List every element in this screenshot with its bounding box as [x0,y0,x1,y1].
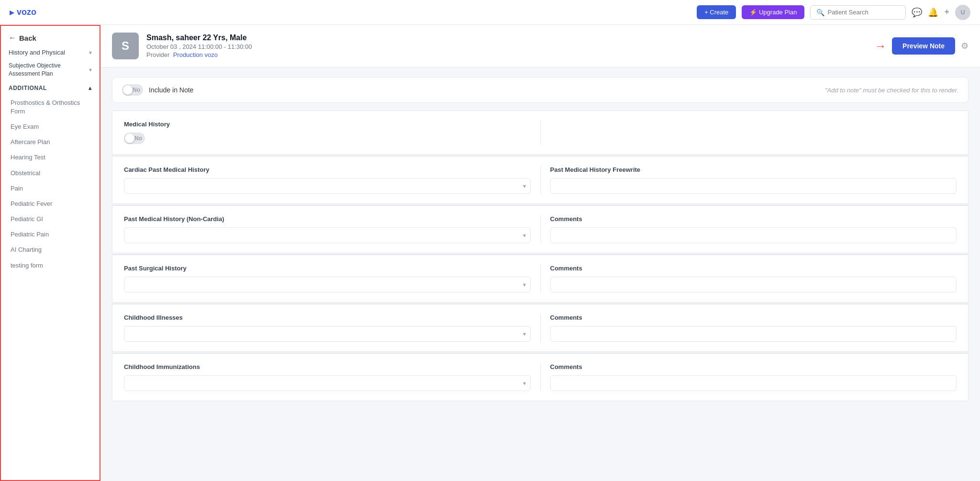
patient-provider: Provider Production vozo [146,51,252,58]
form-section-cardiac: Cardiac Past Medical History ▾ Past Medi… [112,156,969,204]
cardiac-left: Cardiac Past Medical History ▾ [124,166,541,194]
app-body: ← Back History and Physical ▾ Subjective… [0,25,980,481]
surgical-select-wrapper: ▾ [124,277,531,292]
sidebar-item-pain[interactable]: Pain [1,181,100,196]
form-section-childhood-illnesses: Childhood Illnesses ▾ Comments [112,304,969,352]
patient-header: S Smash, saheer 22 Yrs, Male October 03 … [100,25,980,67]
messages-icon[interactable]: 💬 [912,7,922,18]
medical-history-toggle-knob [125,134,134,143]
childhood-immunizations-select-wrapper: ▾ [124,375,531,391]
childhood-immunizations-comments-label: Comments [550,363,957,370]
search-icon: 🔍 [816,9,824,16]
sidebar-item-pediatric-fever[interactable]: Pediatric Fever [1,196,100,212]
childhood-immunizations-label: Childhood Immunizations [124,363,531,370]
childhood-immunizations-select[interactable] [124,375,531,391]
provider-label: Provider [146,51,169,58]
childhood-illnesses-right: Comments [541,314,957,342]
cardiac-select[interactable] [124,178,531,194]
include-note-bar: No Include in Note "Add to note" must be… [112,77,969,103]
form-section-childhood-immunizations: Childhood Immunizations ▾ Comments [112,353,969,401]
childhood-illnesses-label: Childhood Illnesses [124,314,531,321]
sidebar-item-obstetrical[interactable]: Obstetrical [1,166,100,181]
childhood-immunizations-right: Comments [541,363,957,391]
form-section-medical-history: Medical History No [112,111,969,155]
patient-search-input[interactable] [827,9,900,16]
topnav-left: ▸ vozo [10,7,36,18]
childhood-illnesses-comments-input[interactable] [550,326,957,342]
cardiac-label: Cardiac Past Medical History [124,166,531,173]
logo-text: vozo [17,7,36,17]
patient-name: Smash, saheer 22 Yrs, Male [146,34,252,42]
sidebar-item-prosthostics[interactable]: Prosthostics & Orthostics Form [1,95,100,119]
upgrade-plan-button[interactable]: ⚡ Upgrade Plan [742,5,804,19]
additional-header: ADDITIONAL ▴ [1,81,100,95]
sidebar-item-eye-exam[interactable]: Eye Exam [1,119,100,134]
chevron-up-icon: ▴ [89,85,92,91]
avatar[interactable]: U [955,5,970,20]
non-cardia-select[interactable] [124,227,531,243]
form-section-non-cardia: Past Medical History (Non-Cardia) ▾ Comm… [112,205,969,253]
additional-label: ADDITIONAL [9,85,47,91]
surgical-select[interactable] [124,277,531,292]
back-arrow-icon: ← [9,34,16,42]
sidebar-item-ai-charting[interactable]: AI Charting [1,242,100,257]
childhood-illnesses-left: Childhood Illnesses ▾ [124,314,541,342]
surgical-left: Past Surgical History ▾ [124,265,541,292]
non-cardia-comments-label: Comments [550,215,957,223]
include-note-left: No Include in Note [122,84,193,96]
medical-history-right [541,121,957,145]
childhood-illnesses-select-wrapper: ▾ [124,326,531,342]
medical-history-label: Medical History [124,121,531,128]
form-section-surgical-inner: Past Surgical History ▾ Comments [112,255,968,302]
chevron-down-icon: ▾ [89,49,92,56]
patient-search-box[interactable]: 🔍 [810,5,906,20]
chevron-down-icon-2: ▾ [89,67,92,73]
childhood-immunizations-comments-input[interactable] [550,375,957,391]
form-section-cardiac-inner: Cardiac Past Medical History ▾ Past Medi… [112,157,968,203]
pmh-freewrite-label: Past Medical History Freewrite [550,166,957,173]
patient-details: Smash, saheer 22 Yrs, Male October 03 , … [146,34,252,58]
surgical-comments-label: Comments [550,265,957,272]
notifications-icon[interactable]: 🔔 [928,7,938,18]
surgical-comments-input[interactable] [550,277,957,292]
pmh-freewrite-input[interactable] [550,178,957,194]
logo-icon: ▸ [10,7,14,18]
non-cardia-right: Comments [541,215,957,243]
medical-history-toggle-label: No [134,135,142,142]
sidebar-item-aftercare[interactable]: Aftercare Plan [1,134,100,150]
sidebar-item-pediatric-gi[interactable]: Pediatric GI [1,212,100,227]
non-cardia-label: Past Medical History (Non-Cardia) [124,215,531,223]
sidebar: ← Back History and Physical ▾ Subjective… [0,25,100,481]
medical-history-toggle-row: No [124,133,531,145]
non-cardia-comments-input[interactable] [550,227,957,243]
provider-link[interactable]: Production vozo [173,51,218,58]
patient-initials: S [122,39,129,53]
back-label: Back [19,34,36,42]
form-section-surgical: Past Surgical History ▾ Comments [112,255,969,302]
patient-date: October 03 , 2024 11:00:00 - 11:30:00 [146,43,252,50]
surgical-label: Past Surgical History [124,265,531,272]
preview-note-button[interactable]: Preview Note [892,37,955,55]
form-section-medical-history-inner: Medical History No [112,111,968,154]
sidebar-section-soap[interactable]: Subjective ObjectiveAssessment Plan ▾ [1,59,100,81]
vozo-logo: ▸ vozo [10,7,36,18]
gear-icon[interactable]: ⚙ [961,41,969,51]
add-icon[interactable]: + [944,7,949,17]
form-area: No Include in Note "Add to note" must be… [100,67,980,412]
non-cardia-select-wrapper: ▾ [124,227,531,243]
medical-history-left: Medical History No [124,121,541,145]
back-button[interactable]: ← Back [1,26,100,46]
create-button[interactable]: + Create [697,5,736,19]
medical-history-toggle[interactable]: No [124,133,145,144]
include-note-toggle[interactable]: No [122,84,143,96]
patient-avatar: S [112,33,139,59]
childhood-immunizations-left: Childhood Immunizations ▾ [124,363,541,391]
sidebar-section-history-label: History and Physical [9,49,65,56]
sidebar-section-history[interactable]: History and Physical ▾ [1,46,100,59]
main-content: S Smash, saheer 22 Yrs, Male October 03 … [100,25,980,481]
sidebar-item-pediatric-pain[interactable]: Pediatric Pain [1,227,100,242]
form-section-childhood-immunizations-inner: Childhood Immunizations ▾ Comments [112,354,968,401]
childhood-illnesses-select[interactable] [124,326,531,342]
sidebar-item-testing-form[interactable]: testing form [1,258,100,273]
sidebar-item-hearing-test[interactable]: Hearing Test [1,150,100,165]
